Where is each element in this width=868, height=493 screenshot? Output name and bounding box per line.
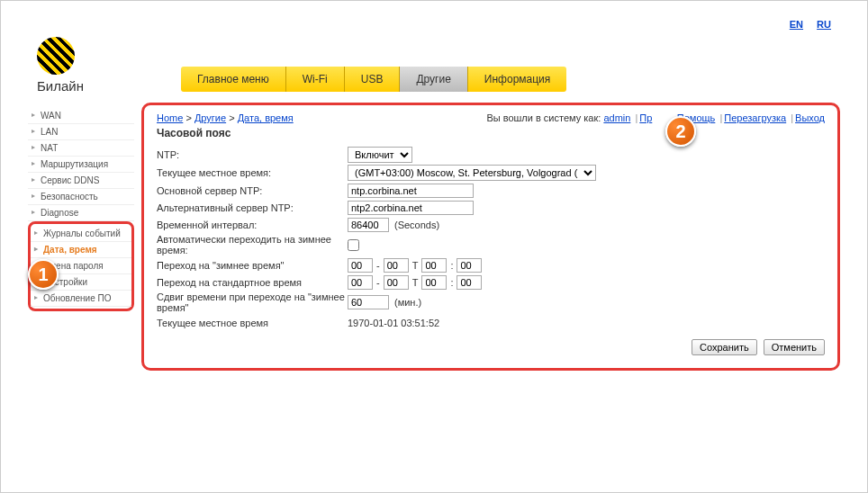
winter-min[interactable] xyxy=(457,258,482,273)
sidebar-item-firmware[interactable]: Обновление ПО xyxy=(31,291,131,307)
autodst-label: Автоматически переходить на зимнее время… xyxy=(157,234,348,255)
crumb-datetime[interactable]: Дата, время xyxy=(238,112,294,123)
interval-unit: (Seconds) xyxy=(394,220,439,230)
tz-label: Текущее местное время: xyxy=(157,167,348,178)
tab-wifi[interactable]: Wi-Fi xyxy=(286,67,345,92)
reboot-link[interactable]: Перезагрузка xyxy=(724,112,786,123)
autodst-checkbox[interactable] xyxy=(348,239,359,251)
page-title: Часовой пояс xyxy=(157,127,825,139)
tab-other[interactable]: Другие xyxy=(400,67,467,92)
primary-ntp-input[interactable] xyxy=(348,184,474,198)
sidebar-item-lan[interactable]: LAN xyxy=(28,124,134,140)
lang-en[interactable]: EN xyxy=(790,19,803,30)
sidebar-item-ddns[interactable]: Сервис DDNS xyxy=(28,173,134,189)
pr-link[interactable]: Пр xyxy=(639,112,652,123)
std-min[interactable] xyxy=(457,275,482,290)
offset-label: Сдвиг времени при переходе на "зимнее вр… xyxy=(157,291,348,313)
user-link[interactable]: admin xyxy=(603,112,630,123)
main-nav: Главное меню Wi-Fi USB Другие Информация xyxy=(181,67,840,92)
tab-info[interactable]: Информация xyxy=(468,67,566,92)
current-time-value: 1970-01-01 03:51:52 xyxy=(348,318,439,328)
save-button[interactable]: Сохранить xyxy=(692,339,757,355)
interval-label: Временной интервал: xyxy=(157,220,348,230)
logo-icon xyxy=(37,37,75,75)
callout-badge-2: 2 xyxy=(665,116,696,147)
std-d[interactable] xyxy=(384,275,409,290)
cancel-button[interactable]: Отменить xyxy=(764,339,825,355)
alt-ntp-input[interactable] xyxy=(348,201,474,215)
standard-label: Переход на стандартное время xyxy=(157,277,348,288)
crumb-home[interactable]: Home xyxy=(157,112,183,123)
tab-usb[interactable]: USB xyxy=(345,67,401,92)
current-label: Текущее местное время xyxy=(157,318,348,328)
breadcrumb: Home > Другие > Дата, время xyxy=(157,112,294,123)
winter-m[interactable] xyxy=(348,258,373,273)
sidebar-item-security[interactable]: Безопасность xyxy=(28,189,134,205)
std-h[interactable] xyxy=(421,275,447,290)
offset-unit: (мин.) xyxy=(394,297,421,308)
logo-text: Билайн xyxy=(37,78,84,94)
alt-label: Альтернативный сервер NTP: xyxy=(157,202,348,213)
sidebar-item-wan[interactable]: WAN xyxy=(28,108,134,124)
winter-d[interactable] xyxy=(384,258,409,273)
winter-label: Переход на "зимнее время" xyxy=(157,260,348,271)
ntp-label: NTP: xyxy=(157,149,348,160)
ntp-select[interactable]: Включить xyxy=(348,147,412,163)
offset-input[interactable] xyxy=(348,295,389,309)
std-m[interactable] xyxy=(348,275,373,290)
language-switcher: EN RU xyxy=(779,19,831,30)
sidebar-item-datetime[interactable]: Дата, время xyxy=(31,242,131,258)
sidebar-item-routing[interactable]: Маршрутизация xyxy=(28,157,134,173)
login-info: Вы вошли в систему как: admin |Пр Помощь… xyxy=(486,112,825,123)
sidebar: WAN LAN NAT Маршрутизация Сервис DDNS Бе… xyxy=(28,108,134,371)
content-callout: Home > Другие > Дата, время Вы вошли в с… xyxy=(141,103,840,371)
crumb-other[interactable]: Другие xyxy=(194,112,226,123)
sidebar-item-diagnose[interactable]: Diagnose xyxy=(28,205,134,221)
sidebar-item-log[interactable]: Журналы событий xyxy=(31,226,131,242)
winter-h[interactable] xyxy=(421,258,447,273)
sidebar-item-nat[interactable]: NAT xyxy=(28,140,134,157)
interval-input[interactable] xyxy=(348,218,389,232)
tab-main[interactable]: Главное меню xyxy=(181,67,286,92)
primary-label: Основной сервер NTP: xyxy=(157,185,348,196)
timezone-select[interactable]: (GMT+03:00) Moscow, St. Petersburg, Volg… xyxy=(348,165,596,181)
lang-ru[interactable]: RU xyxy=(817,19,831,30)
callout-badge-1: 1 xyxy=(28,259,59,290)
logout-link[interactable]: Выход xyxy=(795,112,825,123)
